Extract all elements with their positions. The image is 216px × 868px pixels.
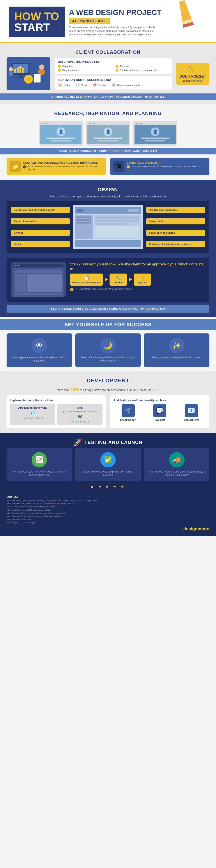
svg-rect-19 — [35, 76, 40, 76]
browser-dot-yellow-3 — [138, 123, 139, 124]
development-title: DEVELOPMENT — [0, 374, 216, 386]
finalize-item-scope: 📄 Scope — [76, 83, 88, 87]
svg-rect-3 — [14, 69, 16, 72]
wireframe-mockup-grid — [73, 205, 143, 249]
research-section-title: RESEARCH, INSPIRATION, AND PLANNING — [0, 106, 216, 119]
testing-header-row: 🚀 TESTING AND LAUNCH — [0, 435, 216, 448]
source-6: http://www.usability.gov/what-and-why/us… — [7, 515, 209, 518]
research-section: RESEARCH, INSPIRATION, AND PLANNING 👤 — [0, 104, 216, 180]
tip-icon-1: i — [23, 165, 26, 168]
testing-section: 🚀 TESTING AND LAUNCH 📈 Run diagnostic te… — [0, 433, 216, 493]
dev-stat-value: 49% — [70, 387, 79, 392]
wireframe-layout: Use of logos and other brand assets Cont… — [11, 205, 205, 249]
compatible-icon: ✅ — [100, 452, 116, 467]
step2-title: Step 2: Present your mock-up to the clie… — [70, 262, 205, 271]
check-icon-purpose: ✓ — [115, 65, 118, 68]
mockup-footer-row — [75, 240, 141, 247]
tip-icon-2: i — [127, 165, 130, 168]
header-subtitle: A BEGINNER'S GUIDE — [69, 18, 110, 24]
persona-screen-content-1: 👤 — [40, 125, 81, 144]
dev-features-box: Add features and functionality such as: … — [110, 395, 209, 428]
determine-item-objectives: ✓ Objectives — [58, 65, 111, 68]
tip-icon-step2: i — [70, 288, 73, 291]
live-chat-label: Live chat — [145, 418, 174, 421]
dev-features-title: Add features and functionality such as: — [113, 399, 206, 402]
research-tools: 📁 COMPILE AND ORGANIZE YOUR DESIGN INSPI… — [0, 158, 216, 175]
dev-impl-title: Implementation options include: — [10, 399, 103, 402]
framework-title: Application framework — [12, 406, 53, 409]
svg-point-13 — [39, 64, 44, 70]
testing-card-launch: 🚚 If your website is running and polishe… — [144, 448, 209, 481]
step2-mockup-screen — [11, 262, 66, 297]
mockup-body-container — [75, 215, 141, 239]
live-chat-icon: 💬 — [153, 404, 166, 417]
check-icon-objectives: ✓ — [58, 65, 61, 68]
persona-screen-2: 👤 — [86, 121, 130, 146]
contact-form-label: Contact form — [177, 418, 206, 421]
source-5: http://designingfortheweb.co.uk/understa… — [7, 512, 209, 515]
success-cards-row: 👁 Select typeface elements that are legi… — [0, 334, 216, 367]
tweaking-icon: 🔧 — [112, 275, 125, 281]
source-2: http://www.sherahargel.com/2011/10/2011/… — [7, 502, 209, 505]
determine-item-content: ✓ Content and feature requirements — [115, 69, 169, 72]
finalize-item-budget: 💰 Budget — [58, 83, 71, 87]
stars-decoration: ★ ★ ★ ★ ★ — [0, 485, 216, 489]
source-7: http://www.creativepro.com/ — [7, 518, 209, 521]
persona-avatar-1: 👤 — [57, 127, 65, 136]
stage-review: 📋 Review and client feedback — [70, 274, 103, 286]
determine-items: ✓ Objectives ✓ Purpose ✓ Target audience… — [58, 65, 169, 72]
compile-tool-box: 📁 COMPILE AND ORGANIZE YOUR DESIGN INSPI… — [7, 158, 106, 175]
moon-icon: 🌙 — [100, 338, 116, 353]
dont-forget-title: DON'T FORGET — [180, 74, 206, 79]
svg-rect-6 — [22, 68, 24, 72]
testing-card-text-3: If your website is running and polished,… — [147, 470, 206, 477]
dev-option-cms: CMS (Content Management System) W e.g. W… — [58, 404, 103, 425]
mockup-header-row — [75, 207, 141, 214]
source-3: http://sixrevisions.com/usabilityaccessi… — [7, 505, 209, 508]
dont-forget-box: ✏️ DON'T FORGET to get this in writing! — [176, 63, 209, 85]
design-step1-text: Step 1: Mock up the layout and intended … — [0, 195, 216, 201]
eye-icon: 👁 — [32, 338, 47, 353]
step2-mockup-content — [13, 268, 64, 297]
persona-screen-1: 👤 — [39, 121, 83, 146]
mockup-content-bar-2 — [95, 220, 140, 222]
feature-contact-form: 📧 Contact form — [177, 404, 206, 421]
testing-card-compatible: ✅ Ensure your website is compatible with… — [75, 448, 141, 481]
persona-screen-3: 👤 — [133, 121, 177, 146]
finalize-box: FINALIZE A FORMAL AGREEMENT ON: 💰 Budget… — [55, 76, 172, 90]
finalize-item-ownership: © Ownership and rights — [111, 83, 140, 87]
sitemap-title: CONSTRUCT A SITE MAP — [127, 161, 200, 164]
persona-bar-6 — [145, 140, 166, 142]
shopping-cart-label: Shopping cart — [113, 418, 143, 421]
mockup-content-bar-1 — [95, 217, 140, 219]
finalize-item-timeline: ⏰ Timeline — [93, 83, 107, 87]
mockup-content-bar-3 — [95, 223, 126, 225]
wf-item-footer: Footer — [11, 241, 70, 247]
wf-item-content: Content — [11, 230, 70, 236]
folder-icon: 📁 — [10, 161, 21, 172]
contact-form-icon: 📧 — [185, 404, 198, 417]
browser-dot-red-2 — [89, 123, 90, 124]
browser-dot-green-1 — [46, 123, 47, 124]
step3-bar: Step 3: Place your visual elements using… — [7, 305, 209, 313]
header-section: HOW TO START A WEB DESIGN PROJECT A BEGI… — [0, 0, 216, 42]
step2-container: Step 2: Present your mock-up to the clie… — [7, 258, 209, 302]
client-illustration: 🤝 — [7, 57, 50, 90]
persona-screen-content-3: 👤 — [135, 125, 176, 144]
dev-stat-suffix: of all page views are on sites coded in … — [80, 388, 159, 392]
svg-text:🤝: 🤝 — [26, 76, 31, 82]
check-icon-target: ✓ — [58, 69, 61, 72]
mockup-main — [94, 215, 141, 239]
svg-rect-7 — [20, 75, 22, 77]
step2-mock-sidebar — [15, 274, 26, 292]
stage-approval-label: Approval — [136, 281, 149, 284]
feature-live-chat: 💬 Live chat — [145, 404, 174, 421]
source-4: http://designlaunch.com/2013/web-design-… — [7, 508, 209, 512]
persona-bar-4 — [98, 140, 118, 142]
determine-item-target: ✓ Target audience — [58, 69, 111, 72]
wf-item-social: Social sharing buttons — [146, 230, 205, 236]
testing-section-title: TESTING AND LAUNCH — [84, 440, 142, 445]
shopping-cart-icon: 🛒 — [121, 404, 135, 417]
stage-review-label: Review and client feedback — [72, 281, 101, 284]
sitemap-tip-row: i TIP: Create a flowchart of the navigat… — [127, 165, 200, 168]
